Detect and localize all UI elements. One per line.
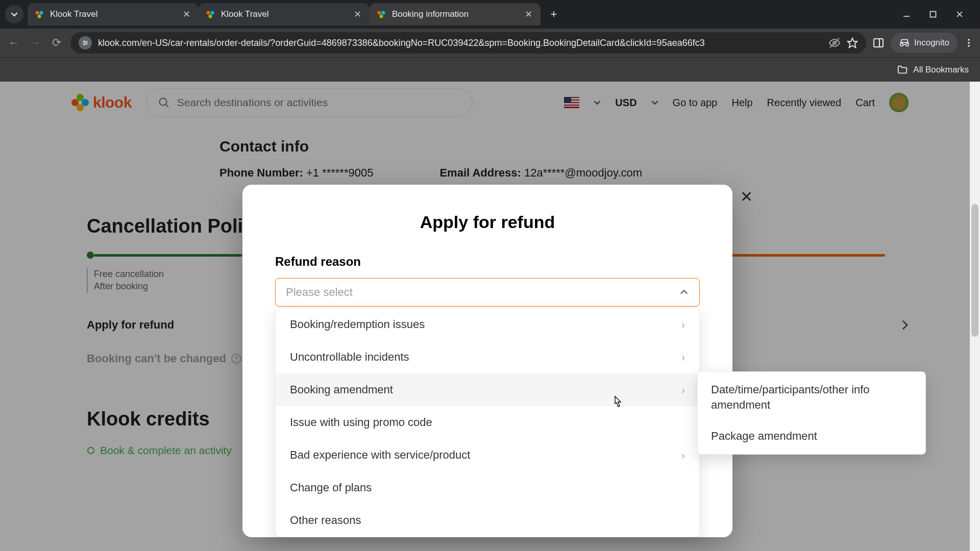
- svg-point-11: [84, 41, 85, 42]
- klook-favicon: [205, 9, 216, 20]
- all-bookmarks-link[interactable]: All Bookmarks: [913, 65, 969, 75]
- svg-point-12: [86, 42, 87, 44]
- new-tab-button[interactable]: +: [545, 5, 563, 23]
- dropdown-option-2[interactable]: Booking amendment ›: [276, 373, 699, 406]
- tab-close-icon[interactable]: ✕: [352, 9, 363, 20]
- klook-favicon: [34, 9, 45, 20]
- bookmarks-bar: All Bookmarks: [0, 57, 980, 82]
- eye-off-icon[interactable]: [828, 37, 841, 49]
- chevron-right-icon: ›: [681, 352, 685, 363]
- tab-title: Klook Travel: [50, 9, 181, 19]
- svg-point-2: [38, 15, 41, 18]
- dropdown-option-6[interactable]: Other reasons: [276, 504, 699, 537]
- refund-reason-submenu: Date/time/participants/other info amendm…: [697, 371, 926, 455]
- tab-1[interactable]: Klook Travel ✕: [199, 3, 370, 26]
- svg-point-1: [40, 11, 43, 15]
- refund-reason-select[interactable]: Please select: [275, 278, 700, 307]
- side-panel-icon[interactable]: [872, 37, 885, 49]
- kebab-menu-icon[interactable]: [964, 38, 974, 48]
- minimize-icon[interactable]: [900, 8, 913, 20]
- scrollbar-thumb[interactable]: [971, 204, 978, 337]
- tab-close-icon[interactable]: ✕: [523, 9, 534, 20]
- chevron-right-icon: ›: [681, 449, 685, 461]
- bookmark-star-icon[interactable]: [847, 37, 858, 48]
- svg-point-0: [36, 11, 39, 15]
- chevron-right-icon: ›: [681, 384, 685, 396]
- svg-rect-10: [930, 12, 936, 17]
- tab-0[interactable]: Klook Travel ✕: [28, 3, 199, 26]
- dropdown-option-3[interactable]: Issue with using promo code: [276, 406, 699, 439]
- url-text: klook.com/en-US/car-rentals/order-detail…: [98, 38, 822, 48]
- viewport: klook Search destinations or activities …: [0, 82, 980, 551]
- svg-point-3: [207, 11, 210, 15]
- site-settings-icon[interactable]: [79, 36, 92, 49]
- dropdown-option-1[interactable]: Uncontrollable incidents ›: [276, 341, 699, 373]
- chevron-up-icon: [679, 287, 689, 297]
- svg-point-8: [380, 15, 383, 18]
- chevron-right-icon: ›: [681, 319, 685, 331]
- back-icon[interactable]: ←: [6, 36, 21, 49]
- dropdown-option-0[interactable]: Booking/redemption issues ›: [276, 308, 699, 341]
- submenu-option-0[interactable]: Date/time/participants/other info amendm…: [698, 374, 925, 420]
- svg-point-19: [968, 39, 970, 41]
- incognito-chip[interactable]: Incognito: [891, 33, 958, 53]
- svg-point-7: [382, 11, 385, 15]
- svg-marker-16: [848, 38, 857, 47]
- select-placeholder: Please select: [286, 286, 353, 299]
- modal-title: Apply for refund: [275, 212, 700, 232]
- forward-icon[interactable]: →: [28, 36, 43, 49]
- svg-point-4: [211, 11, 214, 15]
- close-window-icon[interactable]: [953, 8, 966, 20]
- tab-strip: Klook Travel ✕ Klook Travel ✕ Booking in…: [0, 0, 980, 29]
- dropdown-option-4[interactable]: Bad experience with service/product ›: [276, 439, 699, 471]
- svg-point-20: [968, 42, 970, 44]
- tab-title: Booking information: [392, 9, 523, 19]
- svg-point-13: [84, 44, 85, 45]
- tab-close-icon[interactable]: ✕: [181, 9, 192, 20]
- svg-point-5: [209, 15, 212, 18]
- folder-icon: [897, 64, 908, 76]
- omnibox[interactable]: klook.com/en-US/car-rentals/order-detail…: [70, 32, 866, 54]
- refund-reason-dropdown: Booking/redemption issues › Uncontrollab…: [275, 308, 700, 537]
- tab-search-button[interactable]: [5, 5, 23, 23]
- submenu-option-1[interactable]: Package amendment: [698, 420, 925, 452]
- modal-field-label: Refund reason: [275, 255, 700, 269]
- maximize-icon[interactable]: [927, 8, 939, 20]
- tab-2[interactable]: Booking information ✕: [370, 3, 541, 26]
- address-bar: ← → ⟳ klook.com/en-US/car-rentals/order-…: [0, 29, 980, 57]
- reload-icon[interactable]: ⟳: [49, 36, 64, 49]
- tab-title: Klook Travel: [221, 9, 352, 19]
- svg-point-21: [968, 45, 970, 47]
- refund-modal: ✕ Apply for refund Refund reason Please …: [242, 185, 732, 537]
- browser-window: Klook Travel ✕ Klook Travel ✕ Booking in…: [0, 0, 980, 551]
- svg-rect-17: [874, 39, 883, 47]
- close-modal-button[interactable]: ✕: [733, 184, 759, 209]
- window-controls: [900, 8, 975, 20]
- svg-point-6: [378, 11, 381, 15]
- incognito-label: Incognito: [914, 38, 949, 48]
- dropdown-option-5[interactable]: Change of plans: [276, 471, 699, 504]
- vertical-scrollbar[interactable]: [970, 82, 980, 551]
- klook-favicon: [376, 9, 387, 20]
